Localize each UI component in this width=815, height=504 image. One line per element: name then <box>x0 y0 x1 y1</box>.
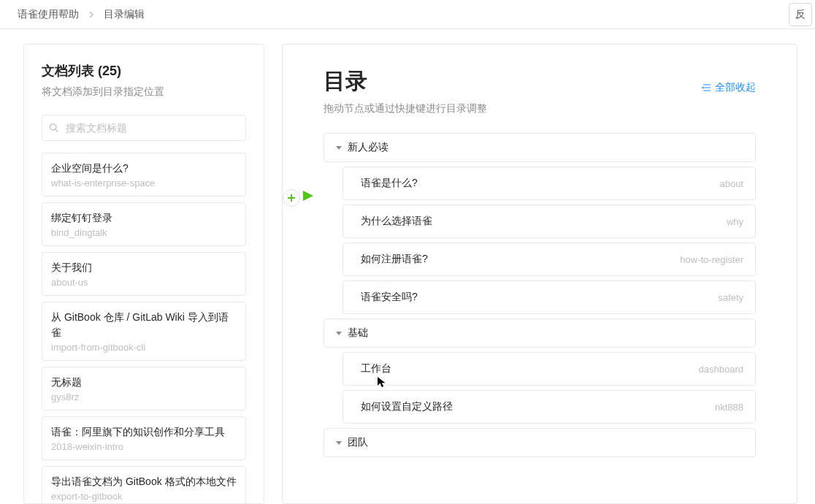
doc-list-item[interactable]: 企业空间是什么?what-is-enterprise-space <box>42 153 246 196</box>
toc-group-label: 基础 <box>348 327 368 340</box>
doc-item-title: 导出语雀文档为 GitBook 格式的本地文件 <box>51 474 237 489</box>
toc-item-title: 如何注册语雀? <box>361 253 428 266</box>
toc-group[interactable]: 团队 <box>324 428 756 457</box>
toc-item-slug: about <box>719 178 743 189</box>
toc-item[interactable]: 为什么选择语雀why <box>343 205 756 238</box>
caret-down-icon <box>336 440 342 446</box>
toc-group-label: 新人必读 <box>348 141 389 154</box>
search-icon <box>49 123 59 133</box>
toc-title: 目录 <box>324 66 756 96</box>
toc-item-slug: dashboard <box>699 364 743 375</box>
toc-group[interactable]: 基础 <box>324 318 756 348</box>
doc-item-title: 绑定钉钉登录 <box>51 210 237 226</box>
toc-item-slug: nkt888 <box>715 402 743 413</box>
breadcrumb-bar: 语雀使用帮助 目录编辑 反 <box>0 0 815 29</box>
toc-item-slug: safety <box>718 292 743 303</box>
header-action-button[interactable]: 反 <box>789 3 812 26</box>
doc-item-slug: export-to-gitbook <box>51 491 237 502</box>
doc-item-slug: 2018-weixin-intro <box>51 441 237 452</box>
toc-item[interactable]: 如何设置自定义路径nkt888 <box>343 390 756 424</box>
doc-list-item[interactable]: 无标题gys8rz <box>42 367 246 411</box>
toc-group-label: 团队 <box>348 436 368 449</box>
toc-item-title: 如何设置自定义路径 <box>361 400 453 413</box>
breadcrumb-page: 目录编辑 <box>104 8 145 21</box>
doc-list-title: 文档列表 (25) <box>42 62 246 80</box>
toc-item[interactable]: 工作台dashboard <box>343 352 756 386</box>
toc-item-title: 语雀安全吗? <box>361 291 418 304</box>
doc-list-item[interactable]: 从 GitBook 仓库 / GitLab Wiki 导入到语雀import-f… <box>42 302 246 361</box>
doc-list-subtitle: 将文档添加到目录指定位置 <box>42 85 246 99</box>
search-input[interactable] <box>42 115 246 141</box>
toc-item-title: 为什么选择语雀 <box>361 215 432 228</box>
doc-item-title: 从 GitBook 仓库 / GitLab Wiki 导入到语雀 <box>51 310 237 340</box>
insert-marker-icon <box>303 191 313 203</box>
doc-item-slug: what-is-enterprise-space <box>51 177 237 188</box>
caret-down-icon <box>336 330 342 336</box>
doc-list-item[interactable]: 关于我们about-us <box>42 252 246 296</box>
doc-item-slug: gys8rz <box>51 392 237 402</box>
doc-item-slug: about-us <box>51 277 237 288</box>
doc-list-panel: 文档列表 (25) 将文档添加到目录指定位置 企业空间是什么?what-is-e… <box>23 44 264 504</box>
collapse-all-button[interactable]: 全部收起 <box>702 81 756 94</box>
doc-list-item[interactable]: 语雀：阿里旗下的知识创作和分享工具2018-weixin-intro <box>42 416 246 460</box>
caret-down-icon <box>336 145 342 150</box>
toc-group[interactable]: 新人必读 <box>324 133 756 162</box>
toc-item[interactable]: 语雀是什么?about <box>343 167 756 200</box>
toc-item-slug: how-to-register <box>680 254 743 265</box>
doc-list-item[interactable]: 导出语雀文档为 GitBook 格式的本地文件export-to-gitbook <box>42 466 246 504</box>
doc-item-title: 关于我们 <box>51 260 237 275</box>
doc-item-slug: bind_dingtalk <box>51 227 237 238</box>
chevron-right-icon <box>88 11 95 18</box>
toc-item-title: 工作台 <box>361 362 391 375</box>
toc-description: 拖动节点或通过快捷键进行目录调整 <box>324 102 756 115</box>
collapse-all-label: 全部收起 <box>715 81 756 94</box>
toc-panel: 目录 拖动节点或通过快捷键进行目录调整 全部收起 新人必读语雀是什么?about… <box>282 44 797 504</box>
toc-item[interactable]: 如何注册语雀?how-to-register <box>343 243 756 276</box>
toc-item-slug: why <box>727 216 743 227</box>
doc-item-title: 语雀：阿里旗下的知识创作和分享工具 <box>51 424 237 440</box>
doc-item-slug: import-from-gitbook-cli <box>51 342 237 353</box>
breadcrumb-root[interactable]: 语雀使用帮助 <box>18 8 79 21</box>
doc-list-item[interactable]: 绑定钉钉登录bind_dingtalk <box>42 202 246 246</box>
add-node-button[interactable] <box>283 189 300 207</box>
doc-item-title: 企业空间是什么? <box>51 161 237 176</box>
toc-item[interactable]: 语雀安全吗?safety <box>343 280 756 314</box>
toc-item-title: 语雀是什么? <box>361 177 418 190</box>
doc-item-title: 无标题 <box>51 375 237 390</box>
